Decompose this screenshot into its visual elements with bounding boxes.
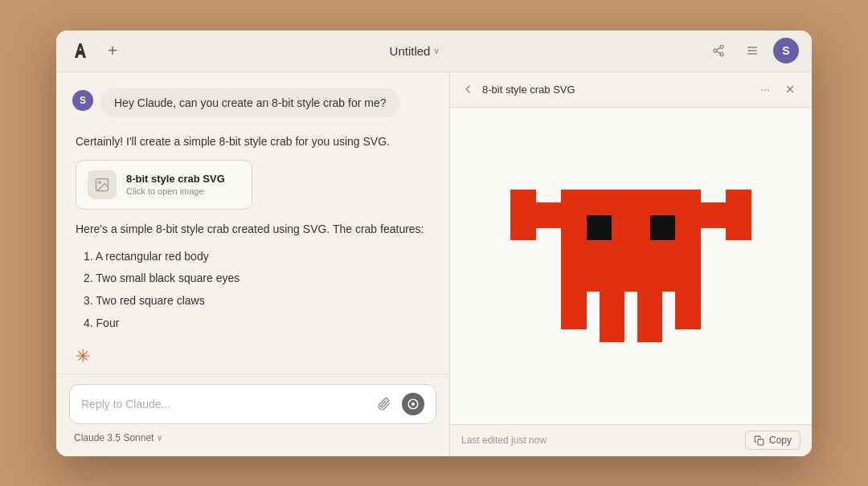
svg-line-3 bbox=[717, 51, 721, 54]
anthropic-logo bbox=[69, 39, 92, 62]
preview-back-button[interactable] bbox=[461, 83, 474, 96]
list-item: 2. Two small black square eyes bbox=[84, 269, 430, 288]
share-button[interactable] bbox=[706, 38, 731, 63]
preview-content bbox=[450, 108, 812, 424]
title-bar-left: + bbox=[69, 39, 124, 62]
image-card-info: 8-bit style crab SVG Click to open image bbox=[126, 173, 225, 196]
preview-panel: 8-bit style crab SVG ··· bbox=[450, 72, 812, 456]
preview-more-button[interactable]: ··· bbox=[757, 80, 773, 99]
title-bar-right: S bbox=[706, 38, 799, 63]
svg-rect-22 bbox=[587, 214, 612, 240]
last-edited-text: Last edited just now bbox=[461, 435, 547, 446]
copy-button[interactable]: Copy bbox=[745, 431, 800, 450]
chat-panel: S Hey Claude, can you create an 8-bit st… bbox=[56, 72, 450, 456]
user-message: S Hey Claude, can you create an 8-bit st… bbox=[72, 88, 433, 117]
title-bar: + Untitled ∨ S bbox=[56, 31, 812, 72]
new-chat-button[interactable]: + bbox=[101, 39, 124, 62]
feature-list: 1. A rectangular red body 2. Two small b… bbox=[76, 247, 430, 333]
svg-rect-16 bbox=[536, 202, 562, 228]
main-content: S Hey Claude, can you create an 8-bit st… bbox=[56, 72, 812, 456]
svg-rect-19 bbox=[701, 202, 727, 228]
preview-header-left: 8-bit style crab SVG bbox=[461, 83, 575, 96]
list-item: 3. Two red square claws bbox=[84, 292, 430, 311]
svg-rect-21 bbox=[561, 190, 701, 291]
attach-button[interactable] bbox=[373, 393, 395, 415]
image-card-icon bbox=[88, 170, 117, 199]
svg-rect-18 bbox=[726, 190, 751, 215]
preview-header-right: ··· bbox=[757, 79, 800, 100]
svg-rect-15 bbox=[510, 190, 536, 215]
crab-svg-container bbox=[510, 153, 751, 378]
svg-rect-17 bbox=[510, 214, 536, 240]
loading-indicator: ✳ bbox=[76, 346, 430, 367]
preview-title-text: 8-bit style crab SVG bbox=[482, 84, 575, 96]
list-item: 1. A rectangular red body bbox=[84, 247, 430, 267]
input-placeholder-text: Reply to Claude... bbox=[81, 398, 366, 410]
title-chevron-icon: ∨ bbox=[433, 46, 440, 56]
app-window: + Untitled ∨ S bbox=[56, 31, 812, 456]
input-box: Reply to Claude... bbox=[69, 384, 436, 424]
svg-point-8 bbox=[748, 50, 751, 52]
svg-rect-26 bbox=[637, 291, 663, 341]
svg-rect-25 bbox=[600, 291, 625, 341]
list-item: 4. Four bbox=[84, 314, 430, 333]
model-selector[interactable]: Claude 3.5 Sonnet ∨ bbox=[69, 431, 436, 445]
settings-button[interactable] bbox=[739, 38, 765, 63]
preview-close-button[interactable] bbox=[780, 79, 800, 100]
preview-footer: Last edited just now Copy bbox=[450, 424, 812, 456]
model-chevron-icon: ∨ bbox=[157, 433, 162, 442]
title-bar-center[interactable]: Untitled ∨ bbox=[390, 44, 440, 58]
user-message-text: Hey Claude, can you create an 8-bit styl… bbox=[101, 88, 399, 117]
document-title: Untitled bbox=[390, 44, 431, 58]
user-message-avatar: S bbox=[72, 90, 93, 111]
assistant-intro-text: Certainly! I'll create a simple 8-bit st… bbox=[76, 133, 430, 150]
image-card[interactable]: 8-bit style crab SVG Click to open image bbox=[76, 160, 252, 210]
svg-line-4 bbox=[717, 47, 721, 50]
user-avatar[interactable]: S bbox=[773, 38, 799, 63]
preview-header: 8-bit style crab SVG ··· bbox=[450, 72, 812, 108]
image-card-title: 8-bit style crab SVG bbox=[126, 173, 225, 185]
chat-messages: S Hey Claude, can you create an 8-bit st… bbox=[56, 72, 449, 374]
svg-rect-24 bbox=[561, 291, 587, 329]
svg-rect-12 bbox=[411, 402, 415, 406]
svg-rect-20 bbox=[726, 214, 751, 240]
copy-label: Copy bbox=[769, 435, 792, 446]
svg-rect-28 bbox=[758, 439, 764, 444]
send-button[interactable] bbox=[402, 393, 424, 415]
model-name-label: Claude 3.5 Sonnet bbox=[74, 432, 154, 443]
assistant-list-intro: Here's a simple 8-bit style crab created… bbox=[76, 221, 430, 238]
chat-input-area: Reply to Claude... Claude 3.5 Sonnet bbox=[56, 374, 449, 456]
image-card-subtitle: Click to open image bbox=[126, 186, 225, 196]
svg-rect-23 bbox=[650, 214, 676, 240]
svg-rect-27 bbox=[675, 291, 701, 329]
assistant-message: Certainly! I'll create a simple 8-bit st… bbox=[72, 133, 433, 367]
svg-point-10 bbox=[99, 181, 101, 183]
